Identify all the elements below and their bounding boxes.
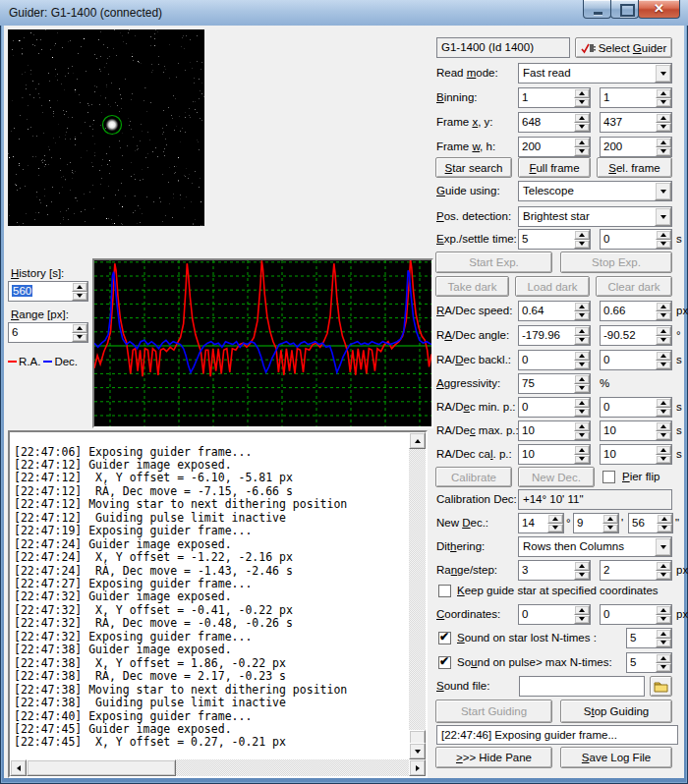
star-search-button[interactable]: Star search	[435, 157, 512, 178]
spin-up-button[interactable]	[574, 398, 590, 408]
spin-up-button[interactable]	[656, 653, 671, 663]
spin-down-button[interactable]	[656, 311, 671, 321]
log-vertical-scrollbar[interactable]	[409, 432, 426, 759]
close-button[interactable]	[638, 0, 680, 19]
calibrate-button[interactable]: Calibrate	[435, 467, 512, 487]
spin-up-button[interactable]	[656, 629, 671, 639]
dithering-dropdown[interactable]: Rows then Columns	[518, 536, 672, 557]
start-exposure-button[interactable]: Start Exp.	[435, 252, 552, 273]
new-dec-sec-spinner[interactable]: 56	[628, 513, 673, 533]
load-dark-button[interactable]: Load dark	[515, 276, 590, 297]
spin-down-button[interactable]	[656, 240, 671, 250]
spin-up-button[interactable]	[547, 514, 563, 524]
exposure-time-spinner[interactable]: 5	[518, 229, 591, 250]
scroll-right-button[interactable]	[409, 759, 426, 776]
scroll-left-button[interactable]	[10, 759, 27, 776]
spin-down-button[interactable]	[547, 524, 563, 533]
ra-cal-pulse-spinner[interactable]: 10	[518, 444, 591, 465]
select-guider-button[interactable]: Select Guider	[575, 37, 672, 58]
guide-using-dropdown[interactable]: Telescope	[518, 181, 672, 201]
titlebar[interactable]: Guider: G1-1400 (connected)	[0, 0, 688, 26]
sound-lost-spinner[interactable]: 5	[626, 628, 672, 648]
spin-up-button[interactable]	[574, 561, 590, 571]
spin-up-button[interactable]	[72, 282, 87, 292]
frame-w-spinner[interactable]: 200	[518, 137, 591, 157]
dither-step-spinner[interactable]: 2	[600, 560, 672, 581]
spin-down-button[interactable]	[574, 147, 590, 157]
dec-angle-spinner[interactable]: -90.52	[600, 325, 672, 346]
log-horizontal-scrollbar[interactable]	[10, 759, 426, 776]
spin-down-button[interactable]	[656, 615, 671, 625]
new-dec-min-spinner[interactable]: 9	[573, 513, 619, 533]
hide-pane-button[interactable]: >>> Hide Pane	[435, 747, 552, 768]
dec-backlash-spinner[interactable]: 0	[600, 350, 672, 370]
coordinate-x-spinner[interactable]: 0	[518, 604, 591, 625]
spin-up-button[interactable]	[574, 421, 590, 431]
spin-down-button[interactable]	[656, 571, 671, 581]
spin-down-button[interactable]	[574, 98, 590, 108]
scroll-down-button[interactable]	[409, 743, 426, 759]
spin-up-button[interactable]	[574, 138, 590, 147]
ra-speed-spinner[interactable]: 0.64	[518, 301, 591, 321]
spin-down-button[interactable]	[656, 431, 671, 441]
spin-up-button[interactable]	[656, 230, 671, 240]
spin-down-button[interactable]	[574, 240, 590, 250]
log-text[interactable]: [22:47:06] Exposing guider frame... [22:…	[10, 444, 409, 749]
sel-frame-button[interactable]: Sel. frame	[597, 157, 672, 178]
pos-detection-dropdown[interactable]: Brightest star	[518, 206, 672, 227]
spin-down-button[interactable]	[656, 123, 671, 133]
clear-dark-button[interactable]: Clear dark	[596, 276, 672, 297]
full-frame-button[interactable]: Full frame	[518, 157, 591, 178]
spin-down-button[interactable]	[656, 408, 671, 418]
ra-backlash-spinner[interactable]: 0	[518, 350, 591, 370]
guider-camera-image[interactable]	[8, 29, 204, 226]
spin-up-button[interactable]	[657, 514, 672, 524]
spin-down-button[interactable]	[574, 311, 590, 321]
ra-max-pulse-spinner[interactable]: 10	[518, 420, 591, 441]
stop-exposure-button[interactable]: Stop Exp.	[560, 252, 672, 273]
minimize-button[interactable]	[583, 0, 611, 19]
spin-down-button[interactable]	[574, 408, 590, 418]
spin-up-button[interactable]	[574, 374, 590, 384]
spin-up-button[interactable]	[656, 605, 671, 615]
spin-up-button[interactable]	[574, 230, 590, 240]
spin-down-button[interactable]	[657, 524, 672, 533]
dec-speed-spinner[interactable]: 0.66	[600, 301, 672, 321]
binning-x-spinner[interactable]: 1	[518, 87, 591, 108]
stop-guiding-button[interactable]: Stop Guiding	[560, 700, 672, 723]
take-dark-button[interactable]: Take dark	[435, 276, 509, 297]
aggressivity-spinner[interactable]: 75	[518, 373, 591, 394]
spin-down-button[interactable]	[574, 615, 590, 625]
spin-down-button[interactable]	[574, 431, 590, 441]
spin-down-button[interactable]	[72, 292, 87, 302]
spin-down-button[interactable]	[574, 336, 590, 346]
frame-x-spinner[interactable]: 648	[518, 112, 591, 133]
pier-flip-checkbox[interactable]	[602, 471, 615, 483]
spin-up-button[interactable]	[656, 88, 671, 98]
spin-down-button[interactable]	[574, 361, 590, 370]
new-dec-deg-spinner[interactable]: 14	[518, 513, 564, 533]
browse-sound-file-button[interactable]	[650, 676, 672, 697]
sound-pulse-spinner[interactable]: 5	[626, 652, 672, 673]
spin-down-button[interactable]	[72, 333, 87, 343]
spin-up-button[interactable]	[656, 326, 671, 336]
settle-time-spinner[interactable]: 0	[600, 229, 672, 250]
read-mode-dropdown[interactable]: Fast read	[518, 63, 672, 84]
spin-down-button[interactable]	[656, 361, 671, 370]
dither-range-spinner[interactable]: 3	[518, 560, 591, 581]
start-guiding-button[interactable]: Start Guiding	[435, 700, 552, 723]
frame-y-spinner[interactable]: 437	[600, 112, 672, 133]
scroll-up-button[interactable]	[409, 432, 426, 449]
combo-dropdown-button[interactable]	[655, 64, 671, 83]
keep-star-checkbox[interactable]	[438, 585, 451, 597]
sound-lost-checkbox[interactable]	[438, 632, 451, 644]
dec-max-pulse-spinner[interactable]: 10	[600, 420, 672, 441]
spin-down-button[interactable]	[656, 147, 671, 157]
frame-h-spinner[interactable]: 200	[600, 137, 672, 157]
combo-dropdown-button[interactable]	[655, 537, 671, 556]
spin-up-button[interactable]	[72, 323, 87, 333]
sound-file-field[interactable]	[519, 676, 645, 697]
binning-y-spinner[interactable]: 1	[600, 87, 672, 108]
spin-down-button[interactable]	[602, 524, 618, 533]
spin-up-button[interactable]	[602, 514, 618, 524]
